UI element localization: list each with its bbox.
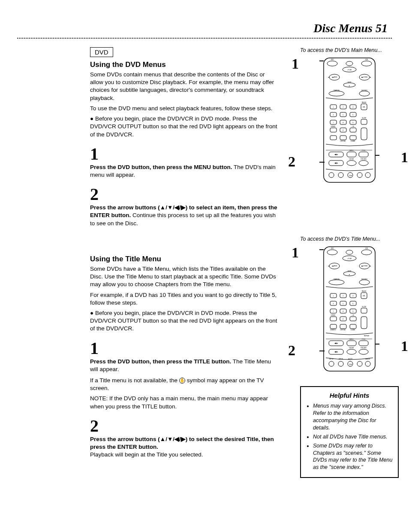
svg-rect-45 bbox=[361, 119, 367, 124]
svg-text:6: 6 bbox=[353, 114, 354, 116]
svg-text:◀ ⬤ ▶: ◀ ⬤ ▶ bbox=[334, 154, 339, 155]
svg-text:4: 4 bbox=[333, 303, 334, 305]
svg-text:0: 0 bbox=[343, 318, 344, 320]
remote1-num2: 2 bbox=[288, 154, 295, 170]
section2-note2: NOTE: If the DVD only has a main menu, t… bbox=[90, 395, 279, 410]
svg-rect-137 bbox=[361, 317, 367, 329]
svg-point-7 bbox=[361, 61, 372, 66]
svg-text:2: 2 bbox=[343, 295, 344, 297]
svg-text:5: 5 bbox=[343, 114, 344, 116]
svg-rect-141 bbox=[347, 341, 356, 346]
svg-text:◀ ⬤ ▶: ◀ ⬤ ▶ bbox=[334, 351, 339, 353]
svg-point-4 bbox=[327, 61, 337, 66]
svg-text:1: 1 bbox=[333, 106, 334, 108]
svg-text:CLEAR: CLEAR bbox=[351, 140, 355, 142]
svg-text:▶: ▶ bbox=[370, 265, 371, 267]
svg-text:SLOW: SLOW bbox=[362, 306, 366, 308]
svg-text:TITLE: TITLE bbox=[362, 150, 366, 151]
svg-text:▷ PLAY: ▷ PLAY bbox=[347, 258, 352, 260]
section1-p1: Some DVDs contain menus that describe th… bbox=[90, 71, 279, 102]
step2-number: 2 bbox=[90, 187, 279, 202]
divider bbox=[17, 38, 392, 39]
svg-point-82 bbox=[327, 250, 337, 255]
svg-text:3: 3 bbox=[353, 295, 354, 297]
svg-text:CHANNEL: CHANNEL bbox=[333, 90, 340, 91]
hint-item: Menus may vary among Discs. Refer to the… bbox=[313, 402, 393, 432]
svg-point-76 bbox=[357, 172, 362, 178]
section2-p1: Some DVDs have a Title Menu, which lists… bbox=[90, 265, 279, 289]
svg-point-6 bbox=[346, 61, 353, 66]
svg-text:RECORD: RECORD bbox=[361, 278, 368, 280]
svg-text:❚❚: ❚❚ bbox=[363, 106, 365, 108]
svg-text:6: 6 bbox=[353, 303, 354, 305]
svg-text:PAUSE: PAUSE bbox=[362, 290, 367, 292]
content-area: DVD Using the DVD Menus Some DVDs contai… bbox=[17, 47, 392, 478]
s2-step1-bold: Press the DVD button, then press the TIT… bbox=[90, 358, 231, 365]
svg-text:8: 8 bbox=[343, 122, 344, 124]
svg-text:DISPLAY: DISPLAY bbox=[340, 140, 346, 142]
svg-point-159 bbox=[357, 361, 362, 366]
svg-text:DISPLAY: DISPLAY bbox=[340, 329, 346, 331]
svg-text:❚◀: ❚◀ bbox=[349, 175, 352, 176]
svg-text:0: 0 bbox=[343, 130, 344, 131]
svg-text:RECORD: RECORD bbox=[361, 90, 368, 91]
svg-text:+10: +10 bbox=[352, 314, 354, 316]
svg-text:▶▶ F.FWD: ▶▶ F.FWD bbox=[361, 265, 368, 267]
svg-text:■: ■ bbox=[349, 85, 350, 87]
svg-text:TITLE: TITLE bbox=[362, 339, 366, 340]
step1-bold: Press the DVD button, then press the MEN… bbox=[90, 164, 232, 170]
remote-diagram-2: 1 2 1 DVD VCR ▷ PLAY ◀◀ REW ◀ ▶▶ F.FWD bbox=[300, 245, 399, 373]
arrow-icons: ▲/▼/◀/▶ bbox=[160, 204, 186, 211]
svg-text:9: 9 bbox=[353, 122, 354, 124]
remote-diagram-1: 1 2 1 DVD VCR ▷ PLAY ◀◀ REW ◀ bbox=[300, 56, 399, 184]
svg-text:3: 3 bbox=[353, 106, 354, 108]
svg-point-68 bbox=[347, 160, 356, 166]
svg-point-77 bbox=[365, 172, 370, 178]
remote2-num2: 2 bbox=[288, 342, 295, 359]
svg-text:1: 1 bbox=[333, 295, 334, 297]
remote-illustration: DVD VCR ▷ PLAY ◀◀ REW ◀ ▶▶ F.FWD ▶ STOP … bbox=[319, 56, 379, 184]
svg-text:ENTER: ENTER bbox=[349, 158, 355, 160]
section1-step1: Press the DVD button, then press the MEN… bbox=[90, 163, 279, 179]
svg-point-20 bbox=[329, 91, 344, 96]
svg-text:RETURN: RETURN bbox=[361, 347, 367, 349]
svg-rect-143 bbox=[359, 341, 368, 346]
svg-text:+10: +10 bbox=[352, 126, 354, 127]
svg-text:7: 7 bbox=[333, 122, 334, 124]
svg-text:CLEAR: CLEAR bbox=[351, 329, 355, 331]
remote1-num1b: 1 bbox=[401, 149, 408, 166]
section2-note1: If a Title menu is not available, the ✋ … bbox=[90, 377, 279, 392]
svg-point-100 bbox=[359, 280, 370, 285]
remote-caption-1: To access the DVD's Main Menu... bbox=[300, 47, 399, 53]
svg-text:5: 5 bbox=[343, 303, 344, 305]
svg-rect-51 bbox=[350, 128, 356, 132]
svg-text:❚◀: ❚◀ bbox=[349, 363, 352, 365]
svg-rect-61 bbox=[347, 152, 356, 157]
hint-item: Not all DVDs have Title menus. bbox=[313, 433, 393, 441]
remote-illustration-2: DVD VCR ▷ PLAY ◀◀ REW ◀ ▶▶ F.FWD ▶ STOP … bbox=[319, 245, 379, 373]
hints-list: Menus may vary among Discs. Refer to the… bbox=[306, 402, 393, 471]
svg-rect-54 bbox=[340, 136, 346, 140]
svg-text:PAUSE: PAUSE bbox=[362, 102, 367, 103]
section1-p2: To use the DVD menu and select playback … bbox=[90, 105, 279, 112]
remote2-num1: 1 bbox=[292, 245, 299, 261]
svg-point-148 bbox=[347, 349, 356, 354]
svg-text:2: 2 bbox=[343, 106, 344, 108]
hint-item: Some DVDs may refer to Chapters as "scen… bbox=[313, 442, 393, 472]
svg-text:4: 4 bbox=[333, 114, 334, 116]
svg-text:▷ PLAY: ▷ PLAY bbox=[347, 69, 352, 71]
svg-text:MENU: MENU bbox=[349, 339, 354, 340]
remote-caption-2: To access the DVD's Title Menu... bbox=[300, 236, 399, 242]
svg-text:DVD: DVD bbox=[331, 59, 334, 60]
svg-point-72 bbox=[329, 172, 334, 178]
svg-text:▶: ▶ bbox=[370, 76, 371, 78]
section2-step1: Press the DVD button, then press the TIT… bbox=[90, 358, 279, 373]
side-column: To access the DVD's Main Menu... 1 2 1 D… bbox=[300, 47, 399, 478]
svg-rect-58 bbox=[361, 128, 367, 140]
main-column: DVD Using the DVD Menus Some DVDs contai… bbox=[90, 47, 279, 478]
hand-icon: ✋ bbox=[179, 378, 185, 384]
svg-text:◀ ⬤ ▶: ◀ ⬤ ▶ bbox=[334, 342, 339, 344]
s2-step2-rest: Playback will begin at the Title you sel… bbox=[90, 451, 203, 458]
svg-text:SPEED: SPEED bbox=[331, 314, 336, 316]
svg-rect-135 bbox=[350, 324, 356, 329]
